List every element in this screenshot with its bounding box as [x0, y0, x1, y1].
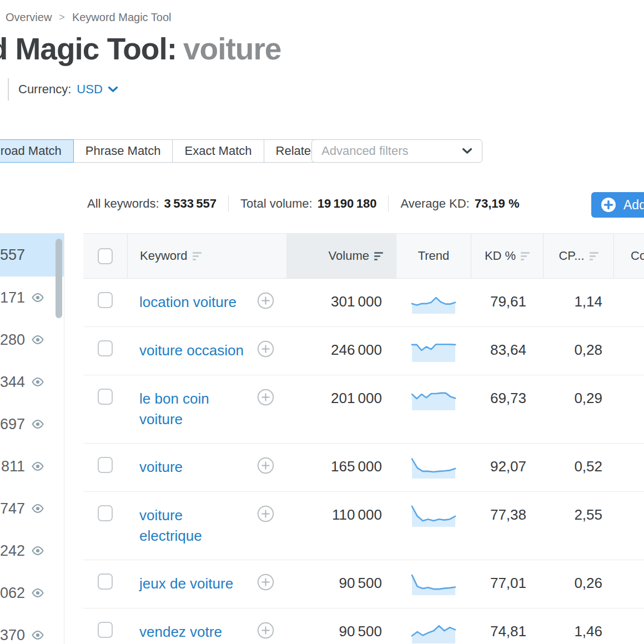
page-title-query: voiture: [183, 32, 281, 66]
checkbox-cell: [83, 279, 127, 326]
stat-label: All keywords:: [87, 197, 159, 211]
keyword-link[interactable]: voiture: [139, 457, 183, 477]
sidebar-group-item[interactable]: 7 747: [0, 487, 64, 530]
sidebar-group-item[interactable]: 4 370: [0, 614, 64, 644]
tab-phrase-match[interactable]: Phrase Match: [74, 139, 173, 163]
keyword-link[interactable]: voiture occasion: [139, 340, 244, 361]
add-keyword-icon[interactable]: [257, 573, 274, 591]
kd-cell: 77,38: [471, 492, 543, 560]
sort-icon: [521, 250, 530, 262]
sidebar-scrollbar[interactable]: [56, 239, 62, 318]
eye-icon[interactable]: [31, 588, 44, 598]
trend-cell: [396, 327, 471, 375]
row-checkbox[interactable]: [98, 292, 113, 308]
column-header-trend: Trend: [396, 234, 471, 278]
stat-value: 73,19 %: [475, 197, 520, 211]
com-cell: [613, 492, 644, 560]
eye-icon[interactable]: [31, 420, 44, 429]
cpc-cell: 0,29: [543, 375, 613, 443]
cpc-cell: 1,46: [543, 608, 613, 644]
sidebar-group-item[interactable]: 5 062: [0, 572, 64, 614]
kd-cell: 83,64: [471, 327, 543, 375]
sidebar-group-item[interactable]: 3 171: [0, 276, 64, 319]
eye-icon[interactable]: [31, 378, 44, 387]
breadcrumb-current: Keyword Magic Tool: [72, 11, 172, 24]
eye-icon[interactable]: [31, 335, 44, 345]
keyword-link[interactable]: vendez votre voiture: [139, 622, 222, 644]
column-header-kd[interactable]: KD %: [471, 234, 543, 278]
table-row: le bon coin voiture 201 000 69,73 0,29: [83, 375, 644, 444]
column-header-keyword[interactable]: Keyword: [127, 234, 286, 278]
breadcrumb-chevron-icon: >: [59, 12, 65, 23]
currency-dropdown[interactable]: USD: [77, 82, 118, 97]
com-cell: [613, 279, 644, 326]
column-label: Volume: [329, 249, 369, 263]
volume-cell: 165 000: [286, 444, 396, 491]
sidebar-group-item[interactable]: 5 697: [0, 403, 64, 445]
keyword-link[interactable]: le bon coin voiture: [139, 389, 209, 430]
trend-sparkline: [410, 290, 457, 314]
column-header-com[interactable]: Co: [613, 234, 644, 278]
kd-cell: 77,01: [471, 560, 543, 608]
column-label: Trend: [418, 249, 450, 263]
currency-label: Currency:: [18, 82, 71, 97]
cpc-cell: 0,28: [543, 327, 613, 375]
keyword-cell: voiture occasion: [127, 327, 286, 375]
sort-icon-active: [374, 250, 383, 262]
row-checkbox[interactable]: [98, 389, 113, 405]
column-header-cpc[interactable]: CP...: [543, 234, 613, 278]
stat-average-kd: Average KD: 73,19 %: [400, 197, 519, 211]
sidebar-group-item[interactable]: 4 280: [0, 319, 64, 361]
add-keyword-icon[interactable]: [257, 340, 274, 358]
cpc-cell: 0,52: [543, 444, 613, 491]
add-keywords-button[interactable]: Add: [591, 192, 644, 218]
eye-icon[interactable]: [31, 293, 44, 303]
eye-icon[interactable]: [31, 631, 44, 640]
keyword-link[interactable]: jeux de voiture: [139, 573, 233, 594]
keyword-groups-sidebar: 557 3 171 4 280 2 344 5 697 2 811 7 747 …: [0, 233, 64, 644]
table-row: jeux de voiture 90 500 77,01 0,26: [83, 560, 644, 608]
match-type-tabs: Broad Match Phrase Match Exact Match Rel…: [0, 139, 330, 163]
plus-circle-icon: [601, 197, 616, 213]
breadcrumb-overview[interactable]: Overview: [6, 11, 52, 24]
stat-label: Average KD:: [400, 197, 469, 211]
group-keyword-count: 5 697: [0, 416, 25, 433]
stat-total-volume: Total volume: 19 190 180: [240, 197, 376, 211]
add-keyword-icon[interactable]: [257, 457, 274, 474]
eye-icon[interactable]: [31, 546, 44, 556]
trend-cell: [396, 560, 471, 608]
sidebar-group-item[interactable]: 2 811: [0, 445, 64, 487]
select-all-checkbox[interactable]: [98, 248, 113, 264]
table-row: vendez votre voiture 90 500 74,81 1,46: [83, 608, 644, 644]
row-checkbox[interactable]: [98, 340, 113, 356]
table-row: voiture occasion 246 000 83,64 0,28: [83, 327, 644, 375]
column-header-volume[interactable]: Volume: [286, 234, 396, 278]
sidebar-group-item[interactable]: 557: [0, 233, 64, 276]
keyword-link[interactable]: voiture electrique: [139, 505, 202, 546]
eye-icon[interactable]: [31, 504, 44, 514]
breadcrumb: Overview > Keyword Magic Tool: [6, 11, 171, 24]
eye-icon[interactable]: [31, 462, 44, 471]
row-checkbox[interactable]: [98, 457, 113, 473]
checkbox-cell: [83, 375, 127, 443]
tab-broad-match[interactable]: Broad Match: [0, 139, 74, 163]
group-keyword-count: 7 747: [0, 500, 25, 517]
keyword-link[interactable]: location voiture: [139, 292, 237, 313]
cpc-cell: 2,55: [543, 492, 613, 560]
add-keyword-icon[interactable]: [257, 505, 274, 522]
keyword-cell: voiture electrique: [127, 492, 286, 560]
add-keyword-icon[interactable]: [257, 622, 274, 639]
volume-cell: 246 000: [286, 327, 396, 375]
row-checkbox[interactable]: [98, 573, 113, 590]
advanced-filters-dropdown[interactable]: Advanced filters: [311, 139, 482, 163]
tab-exact-match[interactable]: Exact Match: [173, 139, 264, 163]
add-keyword-icon[interactable]: [257, 389, 274, 406]
trend-sparkline: [410, 455, 457, 479]
add-keyword-icon[interactable]: [257, 292, 274, 309]
sidebar-group-item[interactable]: 2 344: [0, 361, 64, 403]
sidebar-group-item[interactable]: 7 242: [0, 530, 64, 572]
volume-cell: 90 500: [286, 560, 396, 608]
row-checkbox[interactable]: [98, 622, 113, 638]
row-checkbox[interactable]: [98, 505, 113, 521]
kd-cell: 79,61: [471, 279, 543, 326]
